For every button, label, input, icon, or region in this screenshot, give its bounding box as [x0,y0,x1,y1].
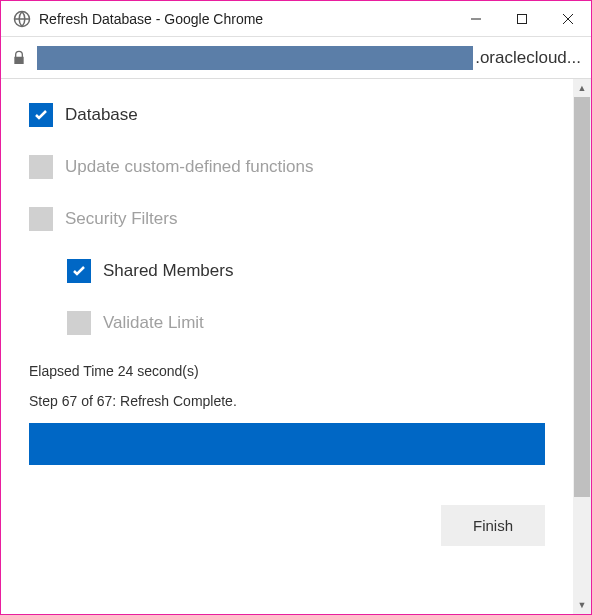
option-label: Update custom-defined functions [65,157,314,177]
progress-bar [29,423,545,465]
svg-rect-2 [518,14,527,23]
elapsed-time: Elapsed Time 24 second(s) [29,363,545,379]
option-security-filters: Security Filters [29,207,545,231]
finish-button[interactable]: Finish [441,505,545,546]
maximize-button[interactable] [499,1,545,37]
close-button[interactable] [545,1,591,37]
url-suffix: .oraclecloud... [473,48,581,68]
checkbox-database[interactable] [29,103,53,127]
check-icon [33,107,49,123]
checkbox-validate-limit [67,311,91,335]
option-validate-limit: Validate Limit [67,311,545,335]
content-area: Database Update custom-defined functions… [1,79,591,614]
scroll-up-icon[interactable]: ▲ [573,79,591,97]
button-row: Finish [29,505,545,546]
window-controls [453,1,591,37]
scrollbar[interactable]: ▲ ▼ [573,79,591,614]
minimize-button[interactable] [453,1,499,37]
checkbox-security-filters [29,207,53,231]
globe-icon [13,10,31,28]
scroll-down-icon[interactable]: ▼ [573,596,591,614]
check-icon [71,263,87,279]
option-shared-members[interactable]: Shared Members [67,259,545,283]
address-bar[interactable]: .oraclecloud... [1,37,591,79]
lock-icon [11,50,27,66]
scroll-thumb[interactable] [574,97,590,497]
option-label: Validate Limit [103,313,204,333]
option-label: Security Filters [65,209,177,229]
option-label: Shared Members [103,261,233,281]
window-titlebar: Refresh Database - Google Chrome [1,1,591,37]
window-title: Refresh Database - Google Chrome [39,11,453,27]
checkbox-shared-members[interactable] [67,259,91,283]
step-status: Step 67 of 67: Refresh Complete. [29,393,545,409]
checkbox-update-functions [29,155,53,179]
option-label: Database [65,105,138,125]
url-selected-text [37,46,473,70]
option-update-functions: Update custom-defined functions [29,155,545,179]
option-database[interactable]: Database [29,103,545,127]
url-field[interactable]: .oraclecloud... [37,44,581,72]
